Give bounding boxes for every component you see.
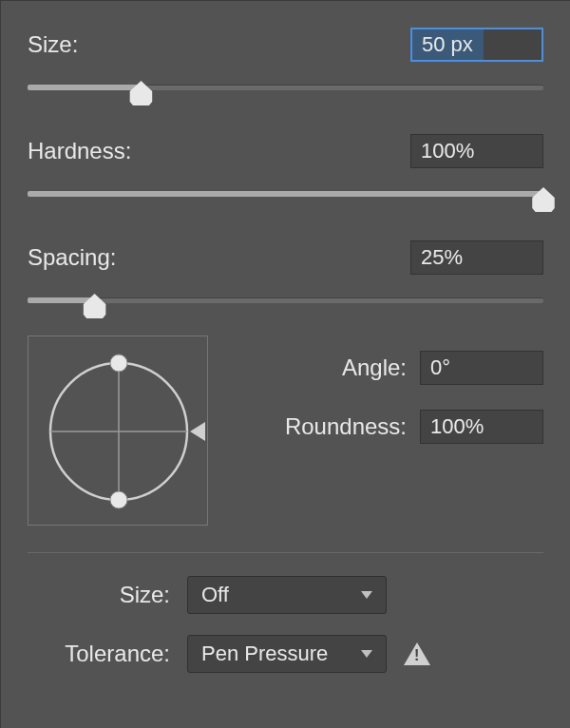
hardness-slider[interactable]: [28, 178, 543, 216]
size-input[interactable]: 50 px: [410, 28, 543, 62]
spacing-slider[interactable]: [28, 284, 543, 322]
hardness-row: Hardness: 100%: [28, 134, 543, 168]
tolerance-label: Tolerance:: [28, 641, 170, 667]
size-row: Size: 50 px: [28, 28, 543, 62]
angle-row: Angle: 0°: [227, 351, 543, 385]
roundness-label: Roundness:: [285, 413, 407, 440]
svg-point-3: [110, 354, 127, 372]
angle-diagram-icon: [28, 336, 209, 527]
hardness-slider-fill: [28, 191, 543, 197]
spacing-label: Spacing:: [28, 244, 116, 271]
svg-marker-5: [190, 422, 205, 441]
warning-icon: [404, 642, 430, 665]
chevron-down-icon: [361, 650, 372, 658]
angle-section: Angle: 0° Roundness: 100%: [28, 335, 543, 526]
hardness-label: Hardness:: [28, 138, 131, 164]
roundness-row: Roundness: 100%: [227, 410, 543, 444]
divider: [28, 552, 543, 553]
angle-fields: Angle: 0° Roundness: 100%: [227, 335, 543, 444]
angle-input[interactable]: 0°: [420, 351, 543, 385]
dynamic-size-label: Size:: [56, 582, 170, 608]
chevron-down-icon: [361, 591, 372, 599]
tolerance-select[interactable]: Pen Pressure: [187, 635, 387, 673]
dynamic-size-value: Off: [201, 583, 229, 607]
tolerance-value: Pen Pressure: [201, 642, 328, 666]
size-slider[interactable]: [28, 71, 543, 109]
size-slider-fill: [28, 85, 141, 90]
svg-point-4: [110, 491, 127, 508]
hardness-input[interactable]: 100%: [410, 134, 543, 168]
dynamic-size-row: Size: Off: [28, 576, 543, 614]
spacing-row: Spacing: 25%: [28, 240, 543, 275]
spacing-slider-track: [28, 297, 543, 303]
size-label: Size:: [28, 31, 78, 58]
angle-label: Angle:: [342, 354, 407, 381]
tolerance-row: Tolerance: Pen Pressure: [28, 635, 543, 673]
spacing-slider-fill: [28, 297, 95, 303]
angle-control[interactable]: [28, 335, 208, 526]
spacing-input[interactable]: 25%: [410, 240, 543, 275]
roundness-input[interactable]: 100%: [420, 410, 543, 444]
dynamic-size-select[interactable]: Off: [187, 576, 387, 614]
